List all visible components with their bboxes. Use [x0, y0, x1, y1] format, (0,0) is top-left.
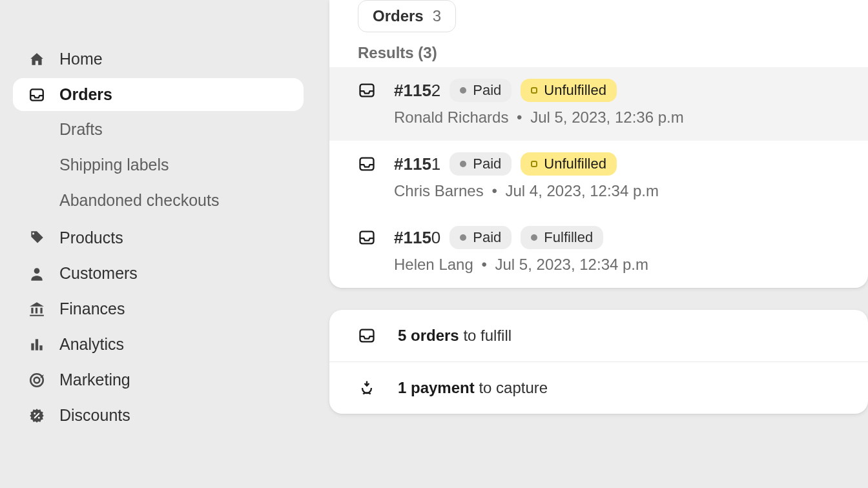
- sidebar-item-orders[interactable]: Orders: [13, 78, 304, 111]
- app-root: Home Orders Drafts Shipping labels Aband…: [0, 0, 868, 488]
- customer-name: Ronald Richards: [394, 108, 508, 126]
- payment-label: Paid: [473, 229, 501, 246]
- svg-point-7: [34, 412, 36, 414]
- row-sub: Helen Lang • Jul 5, 2023, 12:34 p.m: [394, 256, 648, 274]
- svg-point-5: [30, 374, 43, 387]
- fulfillment-badge: Fulfilled: [521, 226, 603, 249]
- payment-label: Paid: [473, 82, 501, 99]
- summary-rest: to fulfill: [459, 327, 512, 344]
- sidebar-item-label: Orders: [59, 85, 112, 104]
- sidebar-item-label: Finances: [59, 300, 125, 318]
- separator: •: [512, 108, 526, 126]
- results-heading: Results (3): [329, 32, 868, 67]
- row-top: #1151PaidUnfulfilled: [394, 152, 659, 176]
- open-dot-icon: [531, 161, 537, 167]
- discount-icon: [28, 407, 45, 424]
- fulfillment-label: Unfulfilled: [544, 156, 606, 172]
- sidebar: Home Orders Drafts Shipping labels Aband…: [0, 0, 316, 488]
- result-row[interactable]: #1152PaidUnfulfilledRonald Richards • Ju…: [329, 67, 868, 141]
- separator: •: [488, 182, 502, 199]
- results-list: #1152PaidUnfulfilledRonald Richards • Ju…: [329, 67, 868, 288]
- order-date: Jul 5, 2023, 12:36 p.m: [530, 108, 684, 126]
- sidebar-item-label: Home: [59, 50, 103, 68]
- tab-count: 3: [433, 7, 441, 25]
- inbox-icon: [28, 86, 45, 103]
- summary-strong: 5 orders: [398, 327, 459, 344]
- summary-row-capture[interactable]: 1 payment to capture: [329, 361, 868, 414]
- summary-text: 1 payment to capture: [398, 379, 548, 397]
- svg-point-8: [38, 416, 40, 418]
- results-card: Orders 3 Results (3) #1152PaidUnfulfille…: [329, 0, 868, 288]
- tag-icon: [28, 230, 45, 247]
- order-id-rest: 2: [431, 81, 440, 100]
- customer-name: Chris Barnes: [394, 182, 484, 199]
- tab-orders[interactable]: Orders 3: [358, 0, 456, 32]
- summary-text: 5 orders to fulfill: [398, 327, 512, 345]
- dot-icon: [460, 87, 466, 94]
- inbox-icon: [358, 81, 376, 99]
- main-content: Orders 3 Results (3) #1152PaidUnfulfille…: [316, 0, 868, 488]
- fulfillment-label: Fulfilled: [544, 229, 593, 246]
- payment-label: Paid: [473, 156, 501, 172]
- dot-icon: [531, 234, 537, 241]
- inbox-icon: [358, 155, 376, 173]
- svg-point-6: [34, 377, 40, 383]
- fulfillment-label: Unfulfilled: [544, 82, 606, 99]
- sidebar-item-products[interactable]: Products: [13, 221, 304, 254]
- sidebar-item-label: Discounts: [59, 406, 130, 425]
- result-row[interactable]: #1150PaidFulfilledHelen Lang • Jul 5, 20…: [329, 214, 868, 288]
- sidebar-subitem-abandoned[interactable]: Abandoned checkouts: [59, 185, 304, 216]
- row-sub: Chris Barnes • Jul 4, 2023, 12:34 p.m: [394, 182, 659, 200]
- row-top: #1152PaidUnfulfilled: [394, 79, 684, 102]
- tab-label: Orders: [373, 7, 424, 25]
- sidebar-item-marketing[interactable]: Marketing: [13, 363, 304, 396]
- svg-rect-3: [36, 339, 38, 350]
- dot-icon: [460, 161, 466, 167]
- order-date: Jul 5, 2023, 12:34 p.m: [495, 256, 649, 273]
- order-id: #1152: [394, 81, 440, 101]
- payment-badge: Paid: [450, 152, 512, 176]
- customer-name: Helen Lang: [394, 256, 473, 273]
- person-icon: [28, 265, 45, 282]
- summary-strong: 1 payment: [398, 379, 475, 396]
- result-row[interactable]: #1151PaidUnfulfilledChris Barnes • Jul 4…: [329, 141, 868, 214]
- open-dot-icon: [531, 87, 537, 94]
- sidebar-item-label: Customers: [59, 264, 138, 283]
- svg-point-1: [34, 268, 40, 274]
- sidebar-item-analytics[interactable]: Analytics: [13, 328, 304, 361]
- summary-rest: to capture: [475, 379, 548, 396]
- summary-card: 5 orders to fulfill 1 payment to capture: [329, 310, 868, 414]
- sidebar-item-label: Marketing: [59, 371, 130, 389]
- sidebar-subitem-shipping-labels[interactable]: Shipping labels: [59, 149, 304, 181]
- payment-badge: Paid: [450, 226, 512, 249]
- inbox-icon: [358, 327, 376, 345]
- row-top: #1150PaidFulfilled: [394, 226, 648, 249]
- sidebar-item-customers[interactable]: Customers: [13, 257, 304, 290]
- order-id: #1151: [394, 154, 440, 174]
- payment-icon: [358, 379, 376, 397]
- home-icon: [28, 51, 45, 68]
- row-sub: Ronald Richards • Jul 5, 2023, 12:36 p.m: [394, 108, 684, 127]
- order-id-strong: #115: [394, 154, 431, 174]
- sidebar-item-finances[interactable]: Finances: [13, 292, 304, 325]
- sidebar-item-label: Analytics: [59, 335, 124, 354]
- row-content: #1151PaidUnfulfilledChris Barnes • Jul 4…: [394, 152, 659, 200]
- order-id: #1150: [394, 228, 440, 248]
- target-icon: [28, 372, 45, 389]
- sidebar-subitem-drafts[interactable]: Drafts: [59, 114, 304, 145]
- row-content: #1150PaidFulfilledHelen Lang • Jul 5, 20…: [394, 226, 648, 274]
- sidebar-item-home[interactable]: Home: [13, 43, 304, 76]
- bank-icon: [28, 301, 45, 318]
- sidebar-item-discounts[interactable]: Discounts: [13, 399, 304, 432]
- tab-area: Orders 3: [329, 0, 868, 32]
- payment-badge: Paid: [450, 79, 512, 102]
- svg-rect-2: [31, 343, 34, 350]
- order-date: Jul 4, 2023, 12:34 p.m: [505, 182, 659, 199]
- order-id-rest: 1: [431, 154, 440, 174]
- summary-row-fulfill[interactable]: 5 orders to fulfill: [329, 310, 868, 361]
- row-content: #1152PaidUnfulfilledRonald Richards • Ju…: [394, 79, 684, 127]
- order-id-rest: 0: [431, 228, 440, 247]
- svg-rect-4: [39, 345, 42, 351]
- sidebar-subitems-orders: Drafts Shipping labels Abandoned checkou…: [13, 114, 304, 216]
- dot-icon: [460, 234, 466, 241]
